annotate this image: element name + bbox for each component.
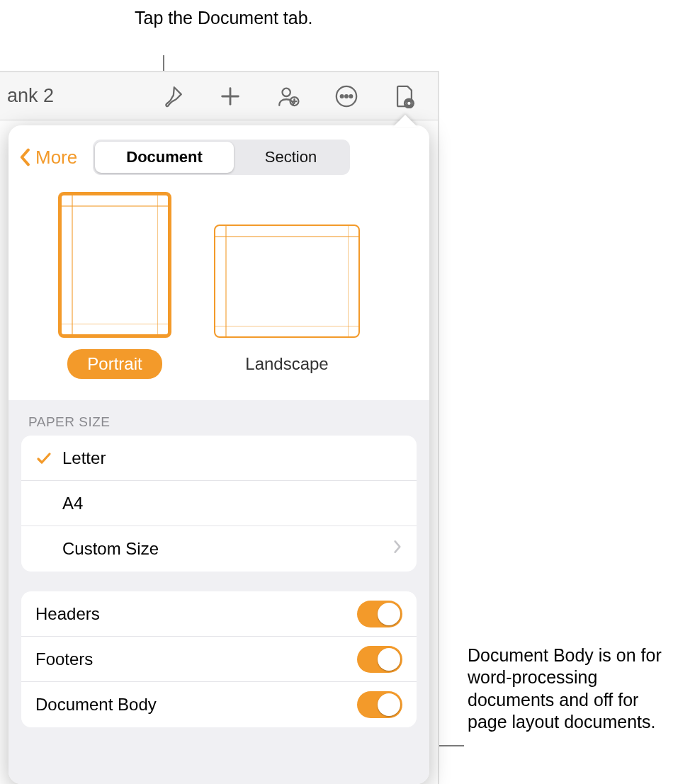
orientation-landscape-label: Landscape — [225, 349, 348, 379]
paper-size-a4[interactable]: A4 — [21, 481, 417, 526]
add-icon[interactable] — [218, 84, 242, 108]
landscape-thumb — [214, 225, 360, 338]
orientation-portrait-label: Portrait — [67, 349, 162, 379]
toggles-card: Headers Footers Document Body — [21, 591, 417, 727]
headers-switch[interactable] — [357, 601, 402, 627]
tab-document[interactable]: Document — [95, 142, 234, 173]
back-button[interactable]: More — [18, 147, 77, 169]
paper-size-letter[interactable]: Letter — [21, 436, 417, 481]
callout-top: Tap the Document tab. — [135, 7, 404, 29]
toolbar-buttons — [160, 84, 417, 108]
view-options-icon[interactable] — [392, 84, 417, 108]
orientation-row: Portrait Landscape — [9, 182, 429, 400]
callout-right: Document Body is on for word-processing … — [468, 644, 666, 733]
toggle-headers-label: Headers — [35, 604, 357, 624]
document-body-switch[interactable] — [357, 691, 402, 718]
document-options-popover: More Document Section Portrait Landscape — [9, 125, 429, 784]
collaborate-icon[interactable] — [276, 84, 300, 108]
paper-size-letter-label: Letter — [62, 448, 402, 468]
paper-size-custom-label: Custom Size — [62, 539, 392, 559]
paper-size-custom[interactable]: Custom Size — [21, 526, 417, 572]
footers-switch[interactable] — [357, 646, 402, 673]
settings-area: PAPER SIZE Letter A4 Custom Size — [9, 400, 429, 784]
toggle-document-body-label: Document Body — [35, 695, 357, 715]
toggle-footers-label: Footers — [35, 649, 357, 669]
toggle-headers[interactable]: Headers — [21, 591, 417, 637]
back-label: More — [35, 147, 77, 169]
svg-point-7 — [341, 95, 344, 98]
toggle-footers[interactable]: Footers — [21, 637, 417, 682]
svg-point-2 — [283, 88, 290, 96]
orientation-portrait[interactable]: Portrait — [58, 192, 171, 379]
paper-size-header: PAPER SIZE — [28, 414, 409, 430]
chevron-right-icon — [392, 539, 402, 559]
format-brush-icon[interactable] — [160, 84, 184, 108]
document-title: ank 2 — [7, 85, 54, 107]
app-screenshot: ank 2 — [0, 71, 439, 784]
portrait-thumb — [58, 192, 171, 338]
tab-section[interactable]: Section — [234, 142, 348, 173]
orientation-landscape[interactable]: Landscape — [214, 225, 360, 379]
svg-point-8 — [345, 95, 348, 98]
svg-point-9 — [350, 95, 353, 98]
tab-segmented-control: Document Section — [93, 140, 350, 175]
paper-size-a4-label: A4 — [62, 494, 402, 513]
popover-arrow — [393, 115, 417, 127]
paper-size-card: Letter A4 Custom Size — [21, 436, 417, 572]
toggle-document-body[interactable]: Document Body — [21, 682, 417, 727]
more-icon[interactable] — [334, 84, 358, 108]
popover-header: More Document Section — [9, 125, 429, 182]
toolbar: ank 2 — [0, 72, 438, 120]
checkmark-icon — [35, 450, 62, 467]
